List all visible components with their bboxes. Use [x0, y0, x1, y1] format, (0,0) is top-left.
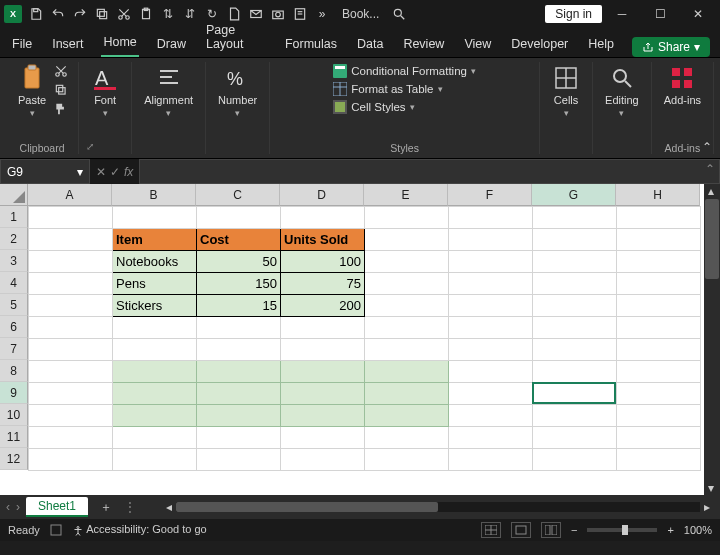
scrollbar-thumb[interactable]: [176, 502, 438, 512]
menu-file[interactable]: File: [10, 33, 34, 57]
col-header[interactable]: D: [280, 184, 364, 206]
cell[interactable]: [113, 405, 197, 427]
paste-button[interactable]: Paste ▾: [14, 62, 50, 120]
cell[interactable]: Pens: [113, 273, 197, 295]
cell[interactable]: [113, 361, 197, 383]
row-header[interactable]: 12: [0, 448, 28, 470]
cells-button[interactable]: Cells ▾: [548, 62, 584, 120]
cell-grid[interactable]: ItemCostUnits Sold Notebooks50100 Pens15…: [28, 206, 701, 471]
menu-insert[interactable]: Insert: [50, 33, 85, 57]
row-header[interactable]: 3: [0, 250, 28, 272]
cell[interactable]: [365, 405, 449, 427]
tab-options-icon[interactable]: ⋮: [124, 500, 136, 514]
share-button[interactable]: Share ▾: [632, 37, 710, 57]
undo-icon[interactable]: [50, 6, 66, 22]
menu-data[interactable]: Data: [355, 33, 385, 57]
menu-review[interactable]: Review: [401, 33, 446, 57]
cell[interactable]: [197, 361, 281, 383]
cell[interactable]: [113, 383, 197, 405]
add-sheet-button[interactable]: ＋: [94, 499, 118, 516]
cell[interactable]: 200: [281, 295, 365, 317]
collapse-ribbon-button[interactable]: ⌃: [702, 140, 712, 154]
cell-styles-button[interactable]: Cell Styles ▾: [333, 100, 476, 114]
col-header[interactable]: B: [112, 184, 196, 206]
cancel-formula-icon[interactable]: ✕: [96, 165, 106, 179]
row-header[interactable]: 11: [0, 426, 28, 448]
menu-help[interactable]: Help: [586, 33, 616, 57]
cell[interactable]: [281, 383, 365, 405]
scroll-down-icon[interactable]: ▾: [704, 481, 718, 495]
dialog-launcher-clipboard[interactable]: ⤢: [86, 141, 94, 152]
cell[interactable]: Cost: [197, 229, 281, 251]
scroll-right-icon[interactable]: ▸: [700, 500, 714, 514]
cell[interactable]: 15: [197, 295, 281, 317]
zoom-out-button[interactable]: −: [571, 524, 577, 536]
number-button[interactable]: % Number ▾: [214, 62, 261, 120]
cell[interactable]: [281, 361, 365, 383]
save-icon[interactable]: [28, 6, 44, 22]
col-header[interactable]: F: [448, 184, 532, 206]
cell[interactable]: 100: [281, 251, 365, 273]
cell[interactable]: [197, 405, 281, 427]
menu-view[interactable]: View: [462, 33, 493, 57]
cell[interactable]: Item: [113, 229, 197, 251]
select-all-button[interactable]: [0, 184, 28, 206]
cell[interactable]: Notebooks: [113, 251, 197, 273]
copy-icon[interactable]: [94, 6, 110, 22]
menu-formulas[interactable]: Formulas: [283, 33, 339, 57]
enter-formula-icon[interactable]: ✓: [110, 165, 120, 179]
font-button[interactable]: A Font ▾: [87, 62, 123, 120]
row-header[interactable]: 5: [0, 294, 28, 316]
row-header[interactable]: 6: [0, 316, 28, 338]
page-layout-view-button[interactable]: [511, 522, 531, 538]
normal-view-button[interactable]: [481, 522, 501, 538]
sort-asc-icon[interactable]: ⇅: [160, 6, 176, 22]
redo-icon[interactable]: [72, 6, 88, 22]
accessibility-status[interactable]: Accessibility: Good to go: [72, 523, 207, 536]
overflow-icon[interactable]: »: [314, 6, 330, 22]
cell[interactable]: 75: [281, 273, 365, 295]
search-icon[interactable]: [391, 6, 407, 22]
row-header[interactable]: 2: [0, 228, 28, 250]
row-header[interactable]: 7: [0, 338, 28, 360]
col-header[interactable]: H: [616, 184, 700, 206]
close-button[interactable]: ✕: [680, 2, 716, 26]
cell[interactable]: Units Sold: [281, 229, 365, 251]
cell[interactable]: 50: [197, 251, 281, 273]
zoom-slider[interactable]: [587, 528, 657, 532]
sign-in-button[interactable]: Sign in: [545, 5, 602, 23]
col-header[interactable]: E: [364, 184, 448, 206]
cell[interactable]: 150: [197, 273, 281, 295]
zoom-in-button[interactable]: +: [667, 524, 673, 536]
sort-desc-icon[interactable]: ⇵: [182, 6, 198, 22]
row-header[interactable]: 4: [0, 272, 28, 294]
menu-home[interactable]: Home: [101, 31, 138, 57]
next-sheet-button[interactable]: ›: [16, 500, 20, 514]
zoom-level[interactable]: 100%: [684, 524, 712, 536]
conditional-formatting-button[interactable]: Conditional Formatting ▾: [333, 64, 476, 78]
row-header[interactable]: 1: [0, 206, 28, 228]
copy-icon[interactable]: [54, 83, 70, 99]
page-break-view-button[interactable]: [541, 522, 561, 538]
menu-page-layout[interactable]: Page Layout: [204, 19, 267, 57]
format-as-table-button[interactable]: Format as Table ▾: [333, 82, 476, 96]
vertical-scrollbar[interactable]: ▴ ▾: [704, 184, 720, 495]
row-header[interactable]: 8: [0, 360, 28, 382]
col-header[interactable]: A: [28, 184, 112, 206]
cell[interactable]: Stickers: [113, 295, 197, 317]
addins-button[interactable]: Add-ins: [660, 62, 705, 108]
col-header[interactable]: G: [532, 184, 616, 206]
col-header[interactable]: C: [196, 184, 280, 206]
cut-icon[interactable]: [116, 6, 132, 22]
name-box[interactable]: G9 ▾: [0, 159, 90, 184]
cell[interactable]: [365, 361, 449, 383]
paste-icon[interactable]: [138, 6, 154, 22]
form-icon[interactable]: [292, 6, 308, 22]
expand-formula-bar-icon[interactable]: ⌃: [705, 162, 715, 176]
chevron-down-icon[interactable]: ▾: [77, 165, 83, 179]
cell[interactable]: [281, 405, 365, 427]
scroll-left-icon[interactable]: ◂: [162, 500, 176, 514]
menu-developer[interactable]: Developer: [509, 33, 570, 57]
menu-draw[interactable]: Draw: [155, 33, 188, 57]
horizontal-scrollbar[interactable]: ◂ ▸: [162, 500, 714, 514]
